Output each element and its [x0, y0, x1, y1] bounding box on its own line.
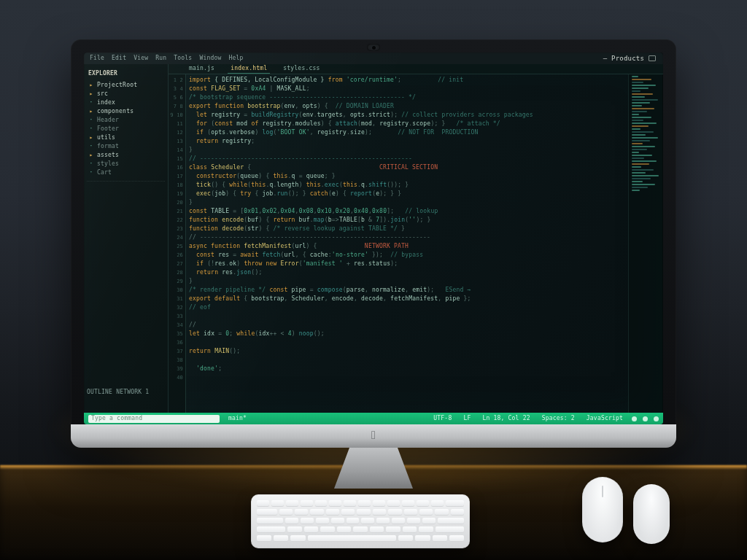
mouse — [582, 477, 623, 542]
file-icon: · — [88, 160, 94, 168]
keyboard — [251, 494, 470, 548]
line-number-gutter: 1 2 3 4 5 6 7 8 9 10 11 12 13 14 15 16 1… — [169, 74, 186, 413]
top-right-label[interactable]: — Products — [603, 54, 644, 63]
status-language[interactable]: JavaScript — [584, 414, 626, 423]
menu-edit[interactable]: Edit — [112, 54, 126, 63]
tab-2[interactable]: index.html — [228, 64, 270, 74]
tree-item-label: styles — [97, 160, 119, 168]
status-dot-icon — [654, 416, 659, 421]
status-encoding[interactable]: UTF-8 — [430, 414, 454, 423]
folder-icon: ▸ — [88, 90, 94, 98]
code-area[interactable]: import { DEFINES, LocalConfigModule } fr… — [186, 74, 627, 413]
explorer-sidebar[interactable]: EXPLORER ▸ProjectRoot▸src·index▸componen… — [84, 64, 169, 413]
tree-item[interactable]: ▸components — [87, 107, 165, 116]
webcam — [367, 44, 380, 51]
file-icon: · — [88, 98, 94, 107]
tree-item[interactable]: ▸assets — [87, 151, 165, 160]
tab-1[interactable]: main.js — [186, 64, 217, 74]
menu-file[interactable]: File — [90, 54, 104, 63]
menu-bar[interactable]: File Edit View Run Tools Window Help — [84, 52, 663, 64]
file-icon: · — [88, 116, 94, 125]
imac-monitor: File Edit View Run Tools Window Help — P… — [71, 39, 676, 448]
editor-main: main.js index.html styles.css 1 2 3 4 5 … — [169, 64, 663, 413]
status-position[interactable]: Ln 18, Col 22 — [479, 414, 533, 423]
window-top-right: — Products — [603, 54, 656, 63]
status-branch[interactable]: main* — [225, 414, 249, 423]
screen: File Edit View Run Tools Window Help — P… — [84, 52, 663, 424]
file-icon: · — [88, 168, 94, 177]
monitor-chin:  — [71, 424, 676, 448]
tree-item-label: src — [97, 90, 108, 98]
tree-item[interactable]: ·styles — [87, 160, 165, 168]
sidebar-heading: EXPLORER — [88, 69, 165, 78]
status-dot-icon — [632, 416, 637, 421]
tree-item-label: components — [97, 107, 133, 116]
tree-item-label: Cart — [97, 168, 112, 177]
minimap[interactable] — [628, 74, 663, 413]
file-tree[interactable]: ▸ProjectRoot▸src·index▸components·Header… — [87, 81, 165, 177]
window-control-icon[interactable] — [649, 55, 656, 61]
folder-icon: ▸ — [88, 133, 94, 142]
menu-view[interactable]: View — [133, 54, 148, 63]
tree-item-label: assets — [97, 151, 119, 160]
tab-3[interactable]: styles.css — [280, 64, 322, 74]
tree-item-label: utils — [97, 133, 115, 142]
tree-item[interactable]: ·index — [87, 98, 165, 107]
status-indent[interactable]: Spaces: 2 — [539, 414, 578, 423]
status-bar[interactable]: Type a command main* UTF-8 LF Ln 18, Col… — [84, 413, 663, 424]
sidebar-footer: OUTLINE NETWORK 1 — [87, 388, 149, 397]
status-eol[interactable]: LF — [460, 414, 473, 423]
tree-item[interactable]: ▸utils — [87, 133, 165, 142]
tree-item[interactable]: ·Footer — [87, 125, 165, 133]
tree-item-label: Footer — [97, 125, 119, 133]
tree-item-label: Header — [97, 116, 119, 125]
menu-window[interactable]: Window — [199, 54, 221, 63]
menu-tools[interactable]: Tools — [174, 54, 192, 63]
menu-run[interactable]: Run — [155, 54, 166, 63]
tree-item[interactable]: ▸ProjectRoot — [87, 81, 165, 90]
tree-item[interactable]: ▸src — [87, 90, 165, 98]
apple-logo-icon:  — [371, 429, 376, 442]
folder-icon: ▸ — [88, 81, 94, 90]
tree-item-label: format — [97, 142, 119, 151]
code-content: import { DEFINES, LocalConfigModule } fr… — [189, 76, 624, 373]
mouse-secondary — [633, 484, 670, 544]
folder-icon: ▸ — [88, 151, 94, 160]
tree-item-label: ProjectRoot — [97, 81, 137, 90]
file-icon: · — [88, 125, 94, 133]
code-editor-app: File Edit View Run Tools Window Help — P… — [84, 52, 663, 424]
status-dot-icon — [643, 416, 648, 421]
menu-help[interactable]: Help — [229, 54, 244, 63]
tree-item-label: index — [97, 98, 115, 107]
monitor-stand — [311, 448, 436, 499]
tab-bar[interactable]: main.js index.html styles.css — [169, 64, 663, 74]
folder-icon: ▸ — [88, 107, 94, 116]
tree-item[interactable]: ·Header — [87, 116, 165, 125]
file-icon: · — [88, 142, 94, 151]
command-input[interactable]: Type a command — [88, 415, 220, 423]
tree-item[interactable]: ·format — [87, 142, 165, 151]
tree-item[interactable]: ·Cart — [87, 168, 165, 177]
